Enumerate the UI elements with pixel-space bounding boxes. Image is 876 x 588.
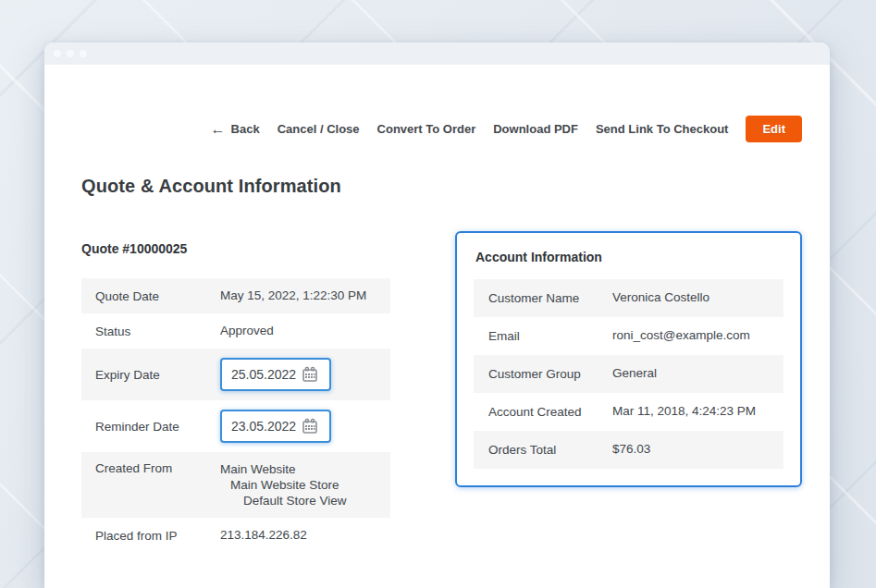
calendar-icon[interactable]	[302, 366, 318, 383]
reminder-date-input[interactable]	[231, 419, 302, 434]
store-hierarchy: Main Website Main Website Store Default …	[220, 461, 381, 508]
row-label: Created From	[95, 461, 220, 475]
row-label: Customer Group	[488, 367, 612, 381]
row-value: $76.03	[612, 441, 774, 458]
store-website: Main Website	[220, 461, 381, 477]
row-value-input	[220, 410, 381, 443]
window-dot-1[interactable]	[54, 50, 61, 57]
row-value: Mar 11, 2018, 4:24:23 PM	[612, 403, 774, 420]
cancel-close-button[interactable]: Cancel / Close	[278, 122, 360, 136]
window-dot-3[interactable]	[80, 50, 87, 57]
row-label: Customer Name	[488, 291, 612, 305]
store-view: Default Store View	[220, 493, 381, 508]
table-row: Placed from IP 213.184.226.82	[81, 518, 390, 553]
quote-section: Quote #10000025 Quote Date May 15, 2022,…	[81, 241, 390, 553]
table-row: Email roni_cost@example.com	[474, 317, 783, 355]
account-table: Customer Name Veronica Costello Email ro…	[474, 279, 783, 469]
browser-window: ← Back Cancel / Close Convert To Order D…	[44, 43, 830, 588]
edit-button[interactable]: Edit	[746, 116, 802, 142]
row-label: Quote Date	[95, 289, 220, 303]
row-value: Veronica Costello	[612, 289, 774, 306]
quote-table: Quote Date May 15, 2022, 1:22:30 PM Stat…	[81, 278, 390, 553]
window-dot-2[interactable]	[67, 50, 74, 57]
table-row: Account Created Mar 11, 2018, 4:24:23 PM	[474, 393, 783, 431]
row-value-input	[220, 358, 381, 391]
action-toolbar: ← Back Cancel / Close Convert To Order D…	[211, 116, 802, 142]
row-label: Email	[488, 329, 612, 343]
reminder-date-field	[220, 410, 331, 443]
row-value: Approved	[220, 323, 381, 339]
download-pdf-button[interactable]: Download PDF	[493, 122, 578, 136]
table-row: Status Approved	[81, 313, 390, 349]
table-row: Quote Date May 15, 2022, 1:22:30 PM	[81, 278, 390, 313]
window-titlebar	[44, 43, 830, 65]
calendar-icon[interactable]	[302, 418, 318, 435]
account-information-panel: Account Information Customer Name Veroni…	[455, 231, 802, 487]
quote-title: Quote #10000025	[81, 241, 390, 256]
page-content: ← Back Cancel / Close Convert To Order D…	[44, 65, 830, 588]
table-row: Reminder Date	[81, 400, 390, 452]
row-label: Reminder Date	[95, 420, 220, 434]
page-title: Quote & Account Information	[81, 176, 341, 197]
row-label: Orders Total	[488, 443, 612, 457]
table-row: Customer Name Veronica Costello	[474, 279, 783, 317]
table-row: Created From Main Website Main Website S…	[81, 452, 390, 518]
expiry-date-field	[220, 358, 331, 391]
row-label: Status	[95, 325, 220, 338]
row-value: May 15, 2022, 1:22:30 PM	[220, 288, 381, 304]
table-row: Orders Total $76.03	[474, 431, 783, 469]
back-button[interactable]: ← Back	[211, 122, 260, 137]
table-row: Customer Group General	[474, 355, 783, 393]
row-label: Placed from IP	[95, 529, 220, 543]
back-arrow-icon: ←	[211, 122, 226, 137]
row-value: 213.184.226.82	[220, 527, 381, 544]
store-store: Main Website Store	[220, 477, 381, 493]
row-value: General	[612, 365, 774, 382]
row-label: Account Created	[488, 405, 612, 419]
convert-to-order-button[interactable]: Convert To Order	[377, 122, 476, 136]
expiry-date-input[interactable]	[231, 367, 302, 382]
table-row: Expiry Date	[81, 349, 390, 400]
send-link-to-checkout-button[interactable]: Send Link To Checkout	[596, 122, 729, 136]
row-label: Expiry Date	[95, 368, 220, 382]
row-value: roni_cost@example.com	[612, 327, 774, 344]
back-label: Back	[231, 122, 260, 136]
account-title: Account Information	[475, 250, 783, 264]
